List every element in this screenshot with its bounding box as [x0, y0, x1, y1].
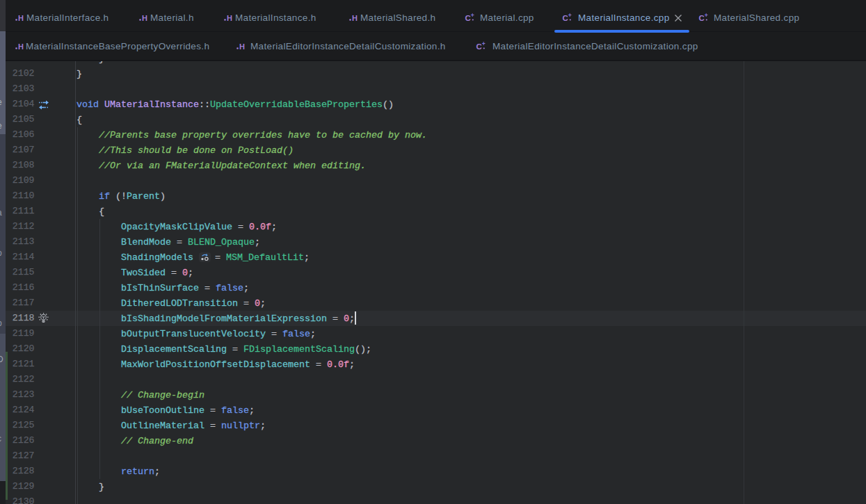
svg-text:+: +: [705, 12, 708, 19]
svg-text:C: C: [699, 14, 705, 22]
svg-text:C: C: [465, 14, 471, 22]
svg-text:C: C: [563, 14, 568, 22]
svg-text:+: +: [568, 12, 572, 19]
svg-text:H: H: [239, 42, 245, 50]
svg-text:H: H: [352, 14, 358, 22]
svg-text:+: +: [471, 12, 474, 19]
svg-text:C: C: [476, 42, 482, 51]
svg-text:H: H: [18, 14, 24, 22]
svg-text:H: H: [18, 42, 24, 50]
svg-text:H: H: [142, 14, 147, 22]
svg-text:+: +: [482, 40, 486, 47]
svg-text:H: H: [227, 14, 232, 22]
